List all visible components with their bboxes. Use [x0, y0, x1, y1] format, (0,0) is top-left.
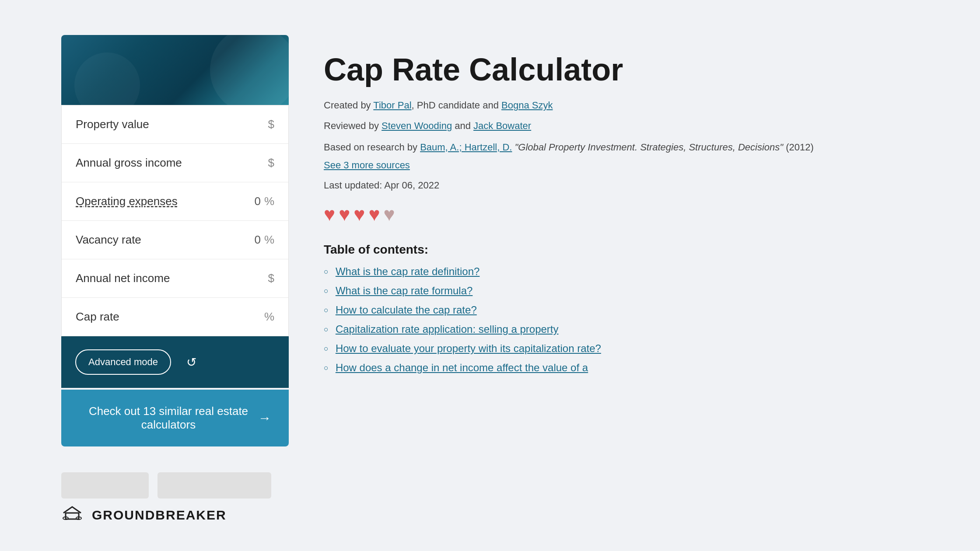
toc-link-2[interactable]: What is the cap rate formula?: [336, 285, 472, 297]
research-prefix: Based on research by: [324, 142, 420, 153]
annual-gross-income-currency: $: [268, 156, 274, 170]
calculator-header: [61, 35, 289, 105]
heart-4: ♥: [368, 203, 380, 225]
vacancy-rate-value: 0: [254, 233, 260, 247]
page-title: Cap Rate Calculator: [324, 52, 919, 87]
toc-link-4[interactable]: Capitalization rate application: selling…: [336, 323, 559, 335]
check-out-label: Check out 13 similar real estate calcula…: [79, 405, 258, 432]
operating-expenses-label: Operating expenses: [76, 195, 178, 208]
toc-item-4: ○ Capitalization rate application: selli…: [324, 323, 919, 335]
operating-expenses-field[interactable]: 0 %: [254, 195, 274, 208]
advanced-mode-button[interactable]: Advanced mode: [75, 349, 171, 375]
scroll-left[interactable]: [61, 472, 149, 499]
logo-icon: [61, 505, 83, 525]
toc-bullet-2: ○: [324, 286, 329, 296]
last-updated: Last updated: Apr 06, 2022: [324, 180, 919, 191]
operating-expenses-row: Operating expenses 0 %: [62, 182, 288, 221]
annual-gross-income-label: Annual gross income: [76, 156, 182, 170]
check-out-button[interactable]: Check out 13 similar real estate calcula…: [61, 390, 289, 446]
book-year: (2012): [783, 142, 814, 153]
toc-bullet-3: ○: [324, 306, 329, 315]
research-info: Based on research by Baum, A.; Hartzell,…: [324, 139, 919, 155]
calculator-panel: Property value $ Annual gross income $ O…: [61, 35, 289, 446]
logo-text: GROUNDBREAKER: [92, 508, 227, 523]
scroll-right[interactable]: [158, 472, 271, 499]
cap-rate-unit: %: [264, 310, 274, 324]
toc-link-6[interactable]: How does a change in net income affect t…: [336, 362, 588, 374]
reset-button[interactable]: ↺: [180, 351, 203, 373]
scroll-indicators: [61, 472, 919, 499]
heart-2: ♥: [339, 203, 350, 225]
toc-bullet-1: ○: [324, 267, 329, 276]
book-title: "Global Property Investment. Strategies,…: [515, 142, 784, 153]
operating-expenses-value: 0: [254, 195, 260, 208]
reviewed-by-mid: and: [452, 120, 473, 131]
calculator-fields: Property value $ Annual gross income $ O…: [61, 105, 289, 336]
toc-bullet-5: ○: [324, 344, 329, 353]
property-value-field[interactable]: $: [268, 118, 274, 131]
vacancy-rate-label: Vacancy rate: [76, 233, 141, 247]
cap-rate-label: Cap rate: [76, 310, 119, 324]
annual-net-income-field[interactable]: $: [268, 272, 274, 285]
heart-3: ♥: [354, 203, 365, 225]
toc-item-3: ○ How to calculate the cap rate?: [324, 304, 919, 316]
vacancy-rate-unit: %: [264, 233, 274, 247]
logo-bar: GROUNDBREAKER: [61, 505, 227, 525]
toc-bullet-6: ○: [324, 363, 329, 373]
property-value-currency: $: [268, 118, 274, 131]
vacancy-rate-row: Vacancy rate 0 %: [62, 221, 288, 259]
toc-link-3[interactable]: How to calculate the cap rate?: [336, 304, 477, 316]
annual-net-income-row: Annual net income $: [62, 259, 288, 298]
toc-bullet-4: ○: [324, 325, 329, 334]
reviewed-by-prefix: Reviewed by: [324, 120, 382, 131]
reviewer2-link[interactable]: Jack Bowater: [473, 120, 531, 131]
see-more-sources-link[interactable]: See 3 more sources: [324, 160, 919, 171]
heart-5: ♥: [384, 203, 395, 225]
info-panel: Cap Rate Calculator Created by Tibor Pal…: [324, 35, 919, 381]
toc-item-6: ○ How does a change in net income affect…: [324, 362, 919, 374]
annual-gross-income-field[interactable]: $: [268, 156, 274, 170]
rating-hearts: ♥ ♥ ♥ ♥ ♥: [324, 203, 919, 225]
operating-expenses-unit: %: [264, 195, 274, 208]
created-by: Created by Tibor Pal, PhD candidate and …: [324, 98, 919, 113]
toc-title: Table of contents:: [324, 243, 919, 257]
toc-link-5[interactable]: How to evaluate your property with its c…: [336, 342, 601, 355]
author2-link[interactable]: Bogna Szyk: [501, 100, 553, 111]
property-value-row: Property value $: [62, 105, 288, 144]
created-by-prefix: Created by: [324, 100, 373, 111]
arrow-icon: →: [258, 411, 271, 425]
vacancy-rate-field[interactable]: 0 %: [254, 233, 274, 247]
toc-item-2: ○ What is the cap rate formula?: [324, 285, 919, 297]
svg-rect-0: [66, 513, 79, 519]
researchers-link[interactable]: Baum, A.; Hartzell, D.: [420, 142, 512, 153]
property-value-label: Property value: [76, 118, 149, 131]
annual-gross-income-row: Annual gross income $: [62, 144, 288, 182]
author1-link[interactable]: Tibor Pal: [373, 100, 411, 111]
created-by-mid: , PhD candidate and: [412, 100, 501, 111]
toc-link-1[interactable]: What is the cap rate definition?: [336, 265, 480, 278]
toc-item-1: ○ What is the cap rate definition?: [324, 265, 919, 278]
reviewed-by: Reviewed by Steven Wooding and Jack Bowa…: [324, 118, 919, 133]
calculator-footer: Advanced mode ↺: [61, 336, 289, 388]
annual-net-income-currency: $: [268, 272, 274, 285]
toc-item-5: ○ How to evaluate your property with its…: [324, 342, 919, 355]
toc-list: ○ What is the cap rate definition? ○ Wha…: [324, 265, 919, 374]
cap-rate-row: Cap rate %: [62, 298, 288, 336]
annual-net-income-label: Annual net income: [76, 272, 170, 285]
cap-rate-field[interactable]: %: [264, 310, 274, 324]
heart-1: ♥: [324, 203, 335, 225]
reviewer1-link[interactable]: Steven Wooding: [382, 120, 452, 131]
